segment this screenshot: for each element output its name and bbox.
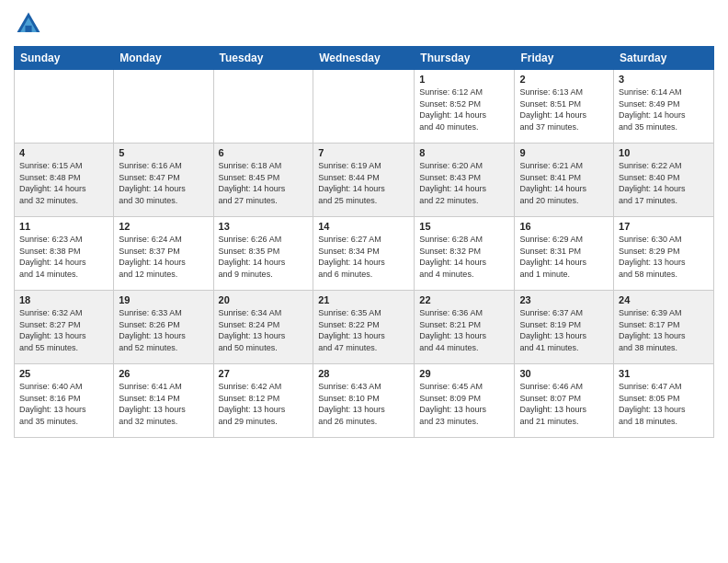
day-number: 8 <box>419 147 509 158</box>
day-number: 4 <box>19 147 108 158</box>
calendar-cell: 30Sunrise: 6:46 AM Sunset: 8:07 PM Dayli… <box>515 364 614 438</box>
day-info: Sunrise: 6:41 AM Sunset: 8:14 PM Dayligh… <box>119 381 208 427</box>
day-number: 26 <box>119 368 208 379</box>
header-wednesday: Wednesday <box>313 47 415 70</box>
day-info: Sunrise: 6:24 AM Sunset: 8:37 PM Dayligh… <box>119 234 208 280</box>
calendar-cell: 25Sunrise: 6:40 AM Sunset: 8:16 PM Dayli… <box>15 364 114 438</box>
calendar-week-row: 4Sunrise: 6:15 AM Sunset: 8:48 PM Daylig… <box>15 144 714 217</box>
day-info: Sunrise: 6:35 AM Sunset: 8:22 PM Dayligh… <box>318 307 409 353</box>
header-sunday: Sunday <box>15 47 114 70</box>
day-info: Sunrise: 6:27 AM Sunset: 8:34 PM Dayligh… <box>318 234 409 280</box>
calendar-header: Sunday Monday Tuesday Wednesday Thursday… <box>15 47 714 70</box>
calendar-cell: 12Sunrise: 6:24 AM Sunset: 8:37 PM Dayli… <box>114 217 213 291</box>
calendar-cell: 1Sunrise: 6:12 AM Sunset: 8:52 PM Daylig… <box>415 70 515 144</box>
calendar-cell: 6Sunrise: 6:18 AM Sunset: 8:45 PM Daylig… <box>213 144 313 217</box>
calendar-cell: 18Sunrise: 6:32 AM Sunset: 8:27 PM Dayli… <box>15 291 114 364</box>
day-number: 10 <box>619 147 709 158</box>
day-info: Sunrise: 6:26 AM Sunset: 8:35 PM Dayligh… <box>219 234 309 280</box>
day-number: 2 <box>519 74 609 85</box>
calendar-cell: 23Sunrise: 6:37 AM Sunset: 8:19 PM Dayli… <box>515 291 614 364</box>
calendar-cell <box>15 70 114 144</box>
day-number: 22 <box>419 294 509 305</box>
calendar-cell: 19Sunrise: 6:33 AM Sunset: 8:26 PM Dayli… <box>114 291 213 364</box>
calendar-cell: 29Sunrise: 6:45 AM Sunset: 8:09 PM Dayli… <box>415 364 515 438</box>
calendar-cell: 22Sunrise: 6:36 AM Sunset: 8:21 PM Dayli… <box>415 291 515 364</box>
day-number: 18 <box>19 294 108 305</box>
day-info: Sunrise: 6:21 AM Sunset: 8:41 PM Dayligh… <box>519 160 609 206</box>
calendar-cell: 24Sunrise: 6:39 AM Sunset: 8:17 PM Dayli… <box>614 291 714 364</box>
calendar-cell: 21Sunrise: 6:35 AM Sunset: 8:22 PM Dayli… <box>313 291 415 364</box>
day-number: 17 <box>619 221 709 232</box>
day-info: Sunrise: 6:15 AM Sunset: 8:48 PM Dayligh… <box>19 160 108 206</box>
day-number: 16 <box>519 221 609 232</box>
day-info: Sunrise: 6:34 AM Sunset: 8:24 PM Dayligh… <box>219 307 309 353</box>
day-info: Sunrise: 6:39 AM Sunset: 8:17 PM Dayligh… <box>619 307 709 353</box>
day-number: 11 <box>19 221 108 232</box>
day-number: 14 <box>318 221 409 232</box>
day-info: Sunrise: 6:33 AM Sunset: 8:26 PM Dayligh… <box>119 307 208 353</box>
calendar-week-row: 18Sunrise: 6:32 AM Sunset: 8:27 PM Dayli… <box>15 291 714 364</box>
calendar-cell: 13Sunrise: 6:26 AM Sunset: 8:35 PM Dayli… <box>213 217 313 291</box>
day-number: 25 <box>19 368 108 379</box>
calendar-cell: 2Sunrise: 6:13 AM Sunset: 8:51 PM Daylig… <box>515 70 614 144</box>
day-number: 15 <box>419 221 509 232</box>
header-tuesday: Tuesday <box>213 47 313 70</box>
day-number: 9 <box>519 147 609 158</box>
header-saturday: Saturday <box>614 47 714 70</box>
weekday-header-row: Sunday Monday Tuesday Wednesday Thursday… <box>15 47 714 70</box>
day-info: Sunrise: 6:37 AM Sunset: 8:19 PM Dayligh… <box>519 307 609 353</box>
day-number: 20 <box>219 294 309 305</box>
day-info: Sunrise: 6:23 AM Sunset: 8:38 PM Dayligh… <box>19 234 108 280</box>
day-number: 21 <box>318 294 409 305</box>
logo-icon <box>14 9 43 39</box>
day-number: 13 <box>219 221 309 232</box>
day-info: Sunrise: 6:22 AM Sunset: 8:40 PM Dayligh… <box>619 160 709 206</box>
calendar-cell <box>114 70 213 144</box>
calendar-cell: 3Sunrise: 6:14 AM Sunset: 8:49 PM Daylig… <box>614 70 714 144</box>
day-number: 23 <box>519 294 609 305</box>
header-friday: Friday <box>515 47 614 70</box>
calendar-cell: 7Sunrise: 6:19 AM Sunset: 8:44 PM Daylig… <box>313 144 415 217</box>
logo <box>14 9 47 39</box>
day-info: Sunrise: 6:12 AM Sunset: 8:52 PM Dayligh… <box>419 86 509 132</box>
day-number: 30 <box>519 368 609 379</box>
day-info: Sunrise: 6:36 AM Sunset: 8:21 PM Dayligh… <box>419 307 509 353</box>
day-info: Sunrise: 6:16 AM Sunset: 8:47 PM Dayligh… <box>119 160 208 206</box>
calendar-cell: 10Sunrise: 6:22 AM Sunset: 8:40 PM Dayli… <box>614 144 714 217</box>
calendar-cell: 26Sunrise: 6:41 AM Sunset: 8:14 PM Dayli… <box>114 364 213 438</box>
page-container: Sunday Monday Tuesday Wednesday Thursday… <box>0 0 728 563</box>
svg-rect-2 <box>25 26 31 32</box>
day-number: 5 <box>119 147 208 158</box>
header-monday: Monday <box>114 47 213 70</box>
day-info: Sunrise: 6:40 AM Sunset: 8:16 PM Dayligh… <box>19 381 108 427</box>
day-info: Sunrise: 6:18 AM Sunset: 8:45 PM Dayligh… <box>219 160 309 206</box>
calendar-cell: 20Sunrise: 6:34 AM Sunset: 8:24 PM Dayli… <box>213 291 313 364</box>
day-number: 24 <box>619 294 709 305</box>
calendar-week-row: 1Sunrise: 6:12 AM Sunset: 8:52 PM Daylig… <box>15 70 714 144</box>
header-thursday: Thursday <box>415 47 515 70</box>
calendar-cell: 15Sunrise: 6:28 AM Sunset: 8:32 PM Dayli… <box>415 217 515 291</box>
day-number: 28 <box>318 368 409 379</box>
day-number: 12 <box>119 221 208 232</box>
day-info: Sunrise: 6:14 AM Sunset: 8:49 PM Dayligh… <box>619 86 709 132</box>
calendar-cell: 31Sunrise: 6:47 AM Sunset: 8:05 PM Dayli… <box>614 364 714 438</box>
calendar-cell: 9Sunrise: 6:21 AM Sunset: 8:41 PM Daylig… <box>515 144 614 217</box>
calendar-cell: 14Sunrise: 6:27 AM Sunset: 8:34 PM Dayli… <box>313 217 415 291</box>
day-info: Sunrise: 6:20 AM Sunset: 8:43 PM Dayligh… <box>419 160 509 206</box>
header <box>14 9 714 39</box>
calendar-cell: 27Sunrise: 6:42 AM Sunset: 8:12 PM Dayli… <box>213 364 313 438</box>
day-number: 6 <box>219 147 309 158</box>
day-info: Sunrise: 6:29 AM Sunset: 8:31 PM Dayligh… <box>519 234 609 280</box>
calendar-cell: 4Sunrise: 6:15 AM Sunset: 8:48 PM Daylig… <box>15 144 114 217</box>
day-info: Sunrise: 6:46 AM Sunset: 8:07 PM Dayligh… <box>519 381 609 427</box>
day-info: Sunrise: 6:28 AM Sunset: 8:32 PM Dayligh… <box>419 234 509 280</box>
calendar-cell: 8Sunrise: 6:20 AM Sunset: 8:43 PM Daylig… <box>415 144 515 217</box>
calendar-cell: 11Sunrise: 6:23 AM Sunset: 8:38 PM Dayli… <box>15 217 114 291</box>
calendar-week-row: 25Sunrise: 6:40 AM Sunset: 8:16 PM Dayli… <box>15 364 714 438</box>
day-info: Sunrise: 6:13 AM Sunset: 8:51 PM Dayligh… <box>519 86 609 132</box>
day-info: Sunrise: 6:42 AM Sunset: 8:12 PM Dayligh… <box>219 381 309 427</box>
calendar-cell: 17Sunrise: 6:30 AM Sunset: 8:29 PM Dayli… <box>614 217 714 291</box>
day-info: Sunrise: 6:19 AM Sunset: 8:44 PM Dayligh… <box>318 160 409 206</box>
calendar-cell <box>213 70 313 144</box>
calendar-cell: 28Sunrise: 6:43 AM Sunset: 8:10 PM Dayli… <box>313 364 415 438</box>
